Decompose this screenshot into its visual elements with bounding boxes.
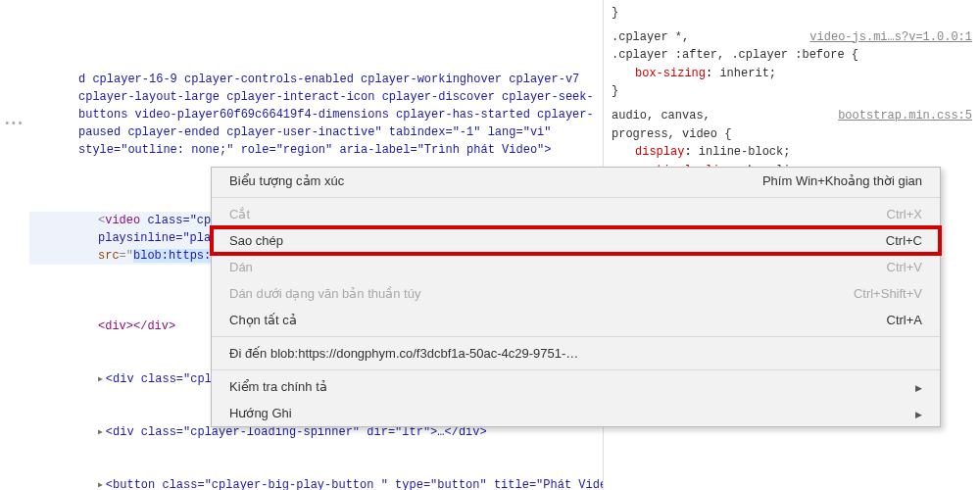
gutter-ellipsis: ••• [4, 116, 24, 132]
dom-collapsed-row-3[interactable]: <button class="cplayer-big-play-button "… [29, 476, 603, 490]
chevron-right-icon [915, 406, 922, 420]
menu-separator [212, 197, 940, 198]
menu-writing-direction[interactable]: Hướng Ghi [212, 400, 940, 426]
css-source-link[interactable]: bootstrap.min.css:5 [838, 107, 972, 125]
menu-copy[interactable]: Sao chép Ctrl+C [212, 227, 940, 254]
menu-select-all[interactable]: Chọn tất cả Ctrl+A [212, 307, 940, 333]
menu-separator [212, 369, 940, 370]
context-menu: Biểu tượng cảm xúc Phím Win+Khoảng thời … [211, 167, 941, 427]
dom-fragment-top[interactable]: d cplayer-16-9 cplayer-controls-enabled … [29, 71, 603, 159]
menu-emoji[interactable]: Biểu tượng cảm xúc Phím Win+Khoảng thời … [212, 168, 940, 194]
chevron-right-icon [915, 379, 922, 394]
menu-paste-plain[interactable]: Dán dưới dạng văn bản thuần túy Ctrl+Shi… [212, 280, 940, 307]
menu-separator [212, 336, 940, 337]
menu-cut[interactable]: Cắt Ctrl+X [212, 201, 940, 227]
menu-goto-url[interactable]: Đi đến blob:https://dongphym.co/f3dcbf1a… [212, 340, 940, 367]
css-source-link[interactable]: video-js.mi…s?v=1.0.0:1 [809, 28, 972, 47]
css-rule-1[interactable]: video-js.mi…s?v=1.0.0:1 .cplayer *, .cpl… [612, 28, 972, 101]
menu-spellcheck[interactable]: Kiểm tra chính tả [212, 373, 940, 400]
menu-paste[interactable]: Dán Ctrl+V [212, 254, 940, 280]
css-rule-close: } [612, 4, 972, 23]
